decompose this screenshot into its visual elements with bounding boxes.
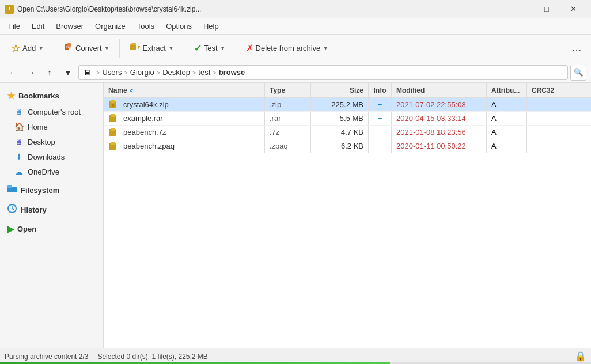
extract-label: Extract [142,44,165,52]
sidebar-item-computers-root[interactable]: 🖥 Computer's root [0,104,103,119]
file-pane: Name < Type Size Info Modified Attribu..… [104,83,591,348]
file-type-3: .zpaq [270,142,288,150]
add-button[interactable]: ☆ Add ▼ [5,38,50,59]
file-modified-3: 2020-01-11 00:50:22 [396,142,466,150]
sidebar-item-desktop[interactable]: 🖥 Desktop [0,134,103,149]
file-type-0: .zip [270,100,281,109]
more-button[interactable]: … [567,39,586,58]
table-row[interactable]: example.rar .rar 5.5 MB + 2020-04-15 03:… [104,112,591,126]
convert-icon: RAR [64,43,73,54]
extract-button[interactable]: Extract ▼ [123,38,180,59]
header-type[interactable]: Type [265,83,311,97]
file-attr-0: A [491,100,497,109]
header-crc[interactable]: CRC32 [527,83,591,97]
open-section: ▶ Open [0,221,103,237]
bc-desktop[interactable]: Desktop [162,68,190,77]
menu-edit[interactable]: Edit [26,20,50,33]
sidebar-item-home[interactable]: 🏠 Home [0,119,103,134]
table-row[interactable]: crystal64k.zip .zip 225.2 MB + 2021-07-0… [104,98,591,112]
delete-button[interactable]: ✗ Delete from archive ▼ [240,38,335,59]
bc-users[interactable]: Users [102,68,122,77]
menu-options[interactable]: Options [160,20,198,33]
header-attributes[interactable]: Attribu... [487,83,527,97]
filesystem-label: Filesystem [21,186,59,195]
file-icon-7z [108,128,119,137]
history-label: History [21,206,47,214]
lock-icon: 🔒 [575,351,586,362]
menu-organize[interactable]: Organize [89,20,131,33]
file-attr-1: A [491,114,497,123]
svg-rect-22 [111,128,115,131]
open-label: Open [17,225,36,233]
file-info-1: + [378,114,382,123]
svg-rect-2 [9,7,10,10]
extract-chevron: ▼ [168,45,174,51]
file-size-0: 225.2 MB [331,100,363,109]
bookmarks-header[interactable]: ★ Bookmarks [0,88,103,104]
test-button[interactable]: ✔ Test ▼ [188,38,232,59]
file-modified-1: 2020-04-15 03:33:14 [396,114,466,123]
maximize-button[interactable]: □ [533,0,560,18]
file-name-0: crystal64k.zip [123,100,169,109]
file-attr-3: A [491,142,497,150]
filesystem-section: Filesystem [0,181,103,199]
test-label: Test [204,44,218,52]
file-icon-zpaq [108,142,119,151]
sidebar-item-downloads[interactable]: ⬇ Downloads [0,149,103,164]
table-row[interactable]: peabench.zpaq .zpaq 6.2 KB + 2020-01-11 … [104,139,591,153]
app-icon [5,5,14,14]
bc-browse[interactable]: browse [219,68,245,77]
file-size-2: 4.7 KB [341,128,363,136]
back-button[interactable]: ← [5,65,21,81]
bc-computer-icon[interactable]: 🖥 [84,68,92,77]
title-bar: Open C:\Users\Giorgio\Desktop\test\brows… [0,0,591,18]
test-chevron: ▼ [220,45,226,51]
minimize-button[interactable]: − [507,0,533,18]
home-icon: 🏠 [14,122,24,132]
toolbar-sep-2 [119,39,120,58]
svg-marker-8 [138,46,140,50]
header-modified[interactable]: Modified [392,83,487,97]
menu-browser[interactable]: Browser [50,20,89,33]
search-button[interactable]: 🔍 [570,65,586,81]
menu-file[interactable]: File [2,20,26,33]
header-size[interactable]: Size [311,83,369,97]
dropdown-button[interactable]: ▼ [60,65,76,81]
close-button[interactable]: ✕ [560,0,586,18]
menu-help[interactable]: Help [198,20,225,33]
address-bar: ← → ↑ ▼ 🖥 > Users > Giorgio > Desktop > … [0,62,591,83]
sidebar-desktop-label: Desktop [28,138,55,146]
svg-rect-7 [131,43,136,46]
bookmarks-label: Bookmarks [18,92,59,100]
file-size-1: 5.5 MB [340,114,363,123]
file-list-body: crystal64k.zip .zip 225.2 MB + 2021-07-0… [104,98,591,348]
sidebar-item-onedrive[interactable]: ☁ OneDrive [0,164,103,179]
up-button[interactable]: ↑ [41,65,58,81]
bc-giorgio[interactable]: Giorgio [130,68,154,77]
toolbar-sep-3 [184,39,184,58]
delete-label: Delete from archive [256,44,321,52]
title-text: Open C:\Users\Giorgio\Desktop\test\brows… [17,5,201,13]
sidebar-downloads-label: Downloads [28,153,65,161]
add-chevron: ▼ [38,45,44,51]
history-header[interactable]: History [0,201,103,218]
breadcrumb: 🖥 > Users > Giorgio > Desktop > test > b… [78,65,568,80]
menu-tools[interactable]: Tools [131,20,160,33]
sidebar-computers-root-label: Computer's root [28,108,81,116]
bc-test[interactable]: test [198,68,210,77]
filesystem-header[interactable]: Filesystem [0,181,103,199]
toolbar-sep-1 [54,39,54,58]
test-icon: ✔ [194,43,202,54]
file-name-1: example.rar [123,114,163,123]
forward-button[interactable]: → [23,65,39,81]
open-header[interactable]: ▶ Open [0,221,103,237]
table-row[interactable]: peabench.7z .7z 4.7 KB + 2021-01-08 18:2… [104,126,591,139]
svg-line-13 [12,208,14,210]
convert-button[interactable]: RAR Convert ▼ [58,38,116,59]
header-info[interactable]: Info [369,83,392,97]
file-name-2: peabench.7z [123,128,166,136]
header-name[interactable]: Name < [104,83,265,97]
convert-chevron: ▼ [104,45,110,51]
file-type-1: .rar [270,114,281,123]
file-info-2: + [378,128,382,136]
